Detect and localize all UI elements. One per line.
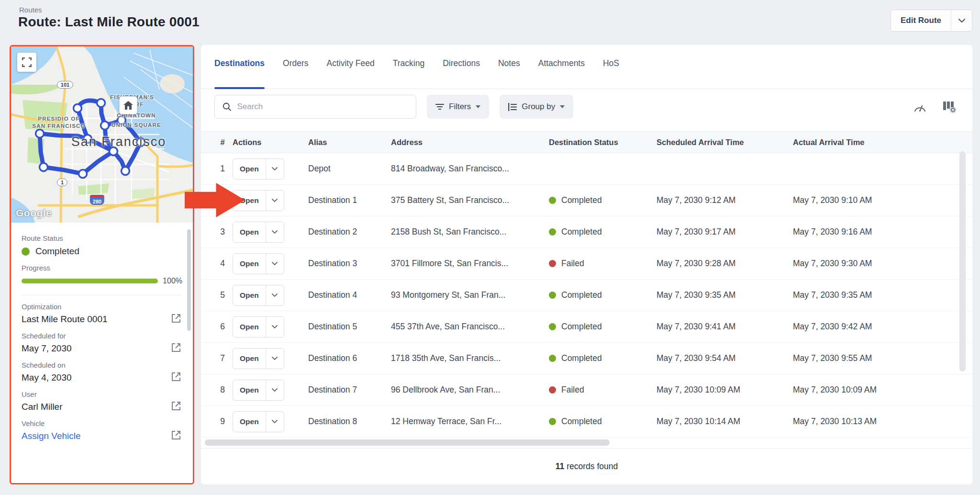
- progress-bar: [22, 279, 158, 283]
- tab-tracking[interactable]: Tracking: [393, 58, 424, 89]
- tab-attachments[interactable]: Attachments: [538, 58, 585, 89]
- row-actual-time: May 7, 2030 10:13 AM: [793, 416, 972, 427]
- status-text: Completed: [561, 353, 602, 363]
- col-number: #: [201, 138, 233, 147]
- horizontal-scrollbar: [201, 438, 972, 448]
- tab-directions[interactable]: Directions: [443, 58, 480, 89]
- open-dropdown[interactable]: [266, 285, 284, 305]
- route-map[interactable]: 101 FISHERMAN'S WHARF PRESIDIO OF SAN FR…: [11, 46, 193, 223]
- depot-home-marker[interactable]: [119, 96, 137, 114]
- row-status: Completed: [549, 227, 657, 237]
- route-summary-body: Route Status Completed Progress 100% Opt…: [11, 223, 193, 441]
- group-by-button[interactable]: Group by: [500, 95, 573, 119]
- edit-route-split-button: Edit Route: [891, 10, 972, 32]
- open-dropdown[interactable]: [266, 191, 284, 211]
- table-toolbar: Filters Group by: [214, 95, 960, 119]
- edit-route-dropdown[interactable]: [951, 10, 972, 31]
- open-button[interactable]: Open: [233, 380, 266, 400]
- open-dropdown[interactable]: [266, 254, 284, 274]
- status-dot: [549, 418, 556, 425]
- open-button[interactable]: Open: [233, 349, 266, 369]
- group-by-label: Group by: [522, 102, 555, 112]
- row-number: 3: [201, 227, 233, 237]
- progress-label: Progress: [22, 264, 182, 272]
- search-box[interactable]: [214, 95, 416, 119]
- row-alias: Destination 7: [308, 385, 391, 395]
- row-scheduled-time: May 7, 2030 9:12 AM: [657, 195, 793, 205]
- row-address: 93 Montgomery St, San Fran...: [391, 290, 549, 300]
- route-metrics-button[interactable]: [913, 101, 926, 112]
- column-settings-button[interactable]: [943, 101, 956, 113]
- tab-orders[interactable]: Orders: [283, 58, 308, 89]
- external-link-icon[interactable]: [171, 430, 181, 440]
- row-alias: Destination 8: [308, 416, 391, 427]
- col-scheduled: Scheduled Arrival Time: [657, 138, 793, 147]
- row-status: Completed: [549, 353, 657, 363]
- row-alias: Destination 4: [308, 290, 391, 300]
- route-field: Scheduled on May 4, 2030: [22, 361, 182, 383]
- field-label: Vehicle: [22, 419, 182, 428]
- filters-button[interactable]: Filters: [427, 95, 489, 119]
- external-link-icon[interactable]: [171, 371, 181, 382]
- route-field: Vehicle Assign Vehicle: [22, 419, 182, 441]
- route-fields: Optimization Last Mile Route 0001 Schedu…: [22, 303, 182, 441]
- row-number: 4: [201, 259, 233, 269]
- status-text: Completed: [561, 195, 602, 205]
- row-actual-time: May 7, 2030 9:10 AM: [793, 195, 972, 205]
- row-actual-time: May 7, 2030 9:35 AM: [793, 290, 972, 300]
- open-split-button: Open: [233, 380, 284, 401]
- fullscreen-icon: [22, 57, 32, 67]
- tab-notes[interactable]: Notes: [498, 58, 520, 89]
- open-button[interactable]: Open: [233, 159, 266, 179]
- open-dropdown[interactable]: [266, 412, 284, 432]
- external-link-icon[interactable]: [171, 401, 181, 411]
- records-count: 11: [556, 461, 565, 472]
- status-text: Completed: [561, 227, 602, 237]
- status-dot: [549, 292, 556, 299]
- open-split-button: Open: [233, 348, 284, 369]
- tab-hos[interactable]: HoS: [603, 58, 619, 89]
- row-scheduled-time: May 7, 2030 9:17 AM: [657, 227, 793, 237]
- open-dropdown[interactable]: [266, 349, 284, 369]
- table-header: # Actions Alias Address Destination Stat…: [201, 131, 972, 153]
- row-address: 96 Dellbrook Ave, San Fran...: [391, 385, 549, 395]
- table-row: 4 Open Destination 3 3701 Fillmore St, S…: [201, 248, 972, 280]
- open-button[interactable]: Open: [233, 254, 266, 274]
- search-input[interactable]: [237, 102, 408, 112]
- open-dropdown[interactable]: [266, 222, 284, 242]
- map-label-union-square: UNION SQUARE: [111, 122, 161, 128]
- row-alias: Destination 5: [308, 322, 391, 332]
- open-button[interactable]: Open: [233, 317, 266, 337]
- table-row: 9 Open Destination 8 12 Hemway Terrace, …: [201, 406, 972, 438]
- open-split-button: Open: [233, 158, 284, 180]
- open-dropdown[interactable]: [266, 159, 284, 179]
- field-value: May 7, 2030: [22, 343, 182, 354]
- horizontal-scrollbar-thumb[interactable]: [205, 439, 610, 446]
- chevron-down-icon: [272, 167, 278, 171]
- row-alias: Depot: [308, 164, 391, 174]
- map-fullscreen-button[interactable]: [17, 53, 36, 72]
- edit-route-button[interactable]: Edit Route: [891, 10, 951, 31]
- tab-activity-feed[interactable]: Activity Feed: [327, 58, 375, 89]
- field-value: May 4, 2030: [22, 372, 182, 383]
- open-button[interactable]: Open: [233, 412, 266, 432]
- open-button[interactable]: Open: [233, 285, 266, 305]
- external-link-icon[interactable]: [171, 342, 181, 353]
- breadcrumb[interactable]: Routes: [19, 6, 42, 14]
- map-label-presidio-2: SAN FRANCISCO: [32, 123, 85, 129]
- open-dropdown[interactable]: [266, 380, 284, 400]
- vertical-scrollbar-thumb[interactable]: [959, 151, 966, 371]
- columns-gear-icon: [943, 101, 956, 113]
- col-address: Address: [391, 138, 549, 147]
- chevron-down-icon: [560, 105, 565, 108]
- sidebar-scrollbar[interactable]: [187, 229, 191, 331]
- tab-destinations[interactable]: Destinations: [214, 58, 265, 89]
- status-text: Failed: [561, 385, 584, 395]
- row-alias: Destination 1: [308, 195, 391, 205]
- external-link-icon[interactable]: [171, 313, 181, 324]
- open-button[interactable]: Open: [233, 222, 266, 242]
- status-dot: [549, 386, 556, 394]
- open-dropdown[interactable]: [266, 317, 284, 337]
- route-summary-panel: 101 FISHERMAN'S WHARF PRESIDIO OF SAN FR…: [10, 45, 194, 484]
- row-scheduled-time: May 7, 2030 9:41 AM: [657, 322, 793, 332]
